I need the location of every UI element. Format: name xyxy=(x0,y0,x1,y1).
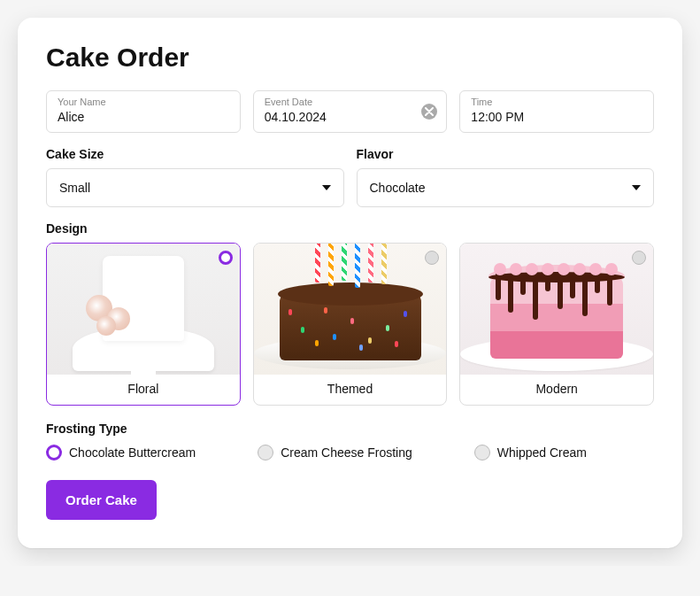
design-option-modern[interactable]: Modern xyxy=(459,243,654,406)
frosting-option-whipped-cream[interactable]: Whipped Cream xyxy=(474,445,587,461)
cake-order-form: Cake Order Your Name Event Date Time Cak… xyxy=(18,18,682,548)
cake-size-group: Cake Size Small xyxy=(46,147,344,207)
modern-cake-image xyxy=(460,244,653,375)
flavor-value: Chocolate xyxy=(370,181,426,195)
name-label: Your Name xyxy=(58,97,229,107)
design-label: Design xyxy=(46,221,654,236)
frosting-opt-0-label: Chocolate Buttercream xyxy=(69,445,196,460)
design-modern-label: Modern xyxy=(460,375,653,405)
design-floral-label: Floral xyxy=(47,375,240,405)
cake-size-label: Cake Size xyxy=(46,147,344,161)
themed-cake-image xyxy=(254,244,447,375)
frosting-option-cream-cheese[interactable]: Cream Cheese Frosting xyxy=(258,445,412,461)
name-input[interactable] xyxy=(58,110,229,124)
clear-date-icon[interactable] xyxy=(421,104,437,120)
flavor-select[interactable]: Chocolate xyxy=(357,168,655,207)
radio-selected-icon xyxy=(46,445,62,461)
flavor-label: Flavor xyxy=(357,147,655,161)
event-date-field-wrapper[interactable]: Event Date xyxy=(253,90,448,133)
time-label: Time xyxy=(471,97,642,107)
flavor-group: Flavor Chocolate xyxy=(357,147,655,207)
radio-unselected-icon xyxy=(425,251,439,265)
frosting-opt-2-label: Whipped Cream xyxy=(497,445,587,460)
top-fields-row: Your Name Event Date Time xyxy=(46,90,654,133)
frosting-option-chocolate-buttercream[interactable]: Chocolate Buttercream xyxy=(46,445,196,461)
cake-size-value: Small xyxy=(59,181,90,195)
cake-size-select[interactable]: Small xyxy=(46,168,344,207)
floral-cake-image xyxy=(47,244,240,375)
radio-selected-icon xyxy=(219,251,233,265)
design-option-floral[interactable]: Floral xyxy=(46,243,241,406)
radio-unselected-icon xyxy=(474,445,490,461)
event-date-label: Event Date xyxy=(265,97,436,107)
name-field-wrapper[interactable]: Your Name xyxy=(46,90,241,133)
page-title: Cake Order xyxy=(46,43,654,73)
frosting-label: Frosting Type xyxy=(46,422,654,436)
order-cake-button[interactable]: Order Cake xyxy=(46,480,157,520)
time-input[interactable] xyxy=(471,110,642,124)
design-option-themed[interactable]: Themed xyxy=(253,243,448,406)
design-themed-label: Themed xyxy=(254,375,447,405)
frosting-group: Frosting Type Chocolate Buttercream Crea… xyxy=(46,422,654,461)
caret-down-icon xyxy=(322,185,331,190)
radio-unselected-icon xyxy=(258,445,273,461)
event-date-input[interactable] xyxy=(265,110,436,124)
caret-down-icon xyxy=(632,185,641,190)
frosting-opt-1-label: Cream Cheese Frosting xyxy=(281,445,412,460)
design-options-row: Floral xyxy=(46,243,654,406)
time-field-wrapper[interactable]: Time xyxy=(459,90,654,133)
radio-unselected-icon xyxy=(632,251,646,265)
